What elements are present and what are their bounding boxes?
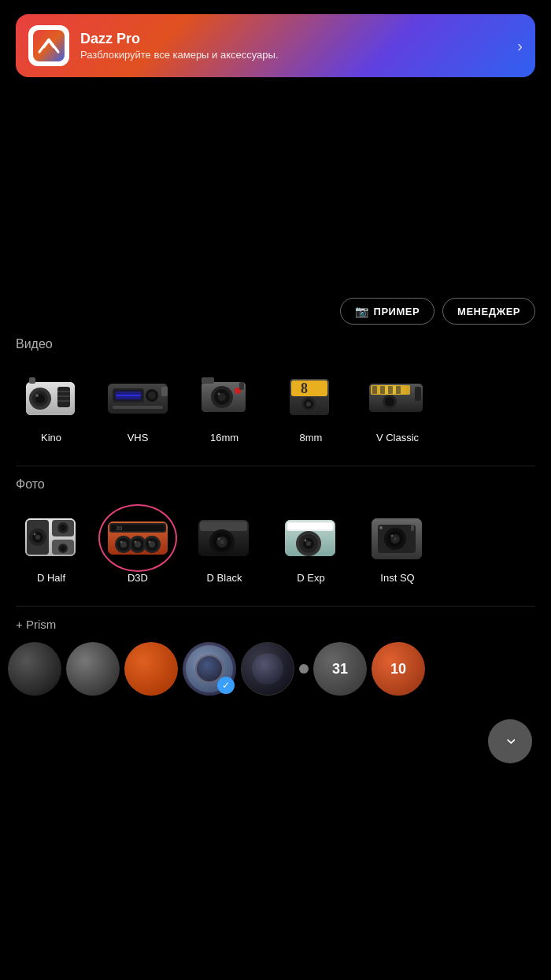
promo-text: Dazz Pro Разблокируйте все камеры и аксе… (80, 31, 506, 61)
svg-rect-21 (161, 387, 168, 396)
svg-point-70 (120, 541, 123, 544)
vhs-icon-wrap (103, 369, 172, 425)
filter-checkmark: ✓ (217, 677, 235, 694)
svg-rect-90 (288, 523, 332, 529)
svg-point-103 (391, 535, 394, 537)
svg-point-61 (61, 546, 66, 551)
promo-title: Dazz Pro (80, 31, 506, 47)
svg-point-86 (218, 538, 220, 540)
filter-dot[interactable] (299, 664, 309, 674)
svg-rect-42 (372, 386, 377, 394)
filter-row: ✓ 31 10 (0, 642, 551, 696)
dexp-label: D Exp (297, 572, 324, 584)
svg-point-57 (34, 533, 36, 536)
chevron-down-button[interactable]: ‹ (488, 719, 532, 763)
filter-ball-31[interactable]: 31 (313, 642, 367, 696)
vhs-camera-icon (105, 371, 171, 423)
video-section-label: Видео (0, 337, 551, 351)
filter-ball-5[interactable] (241, 642, 294, 696)
svg-rect-105 (411, 525, 414, 531)
divider-video-photo (16, 466, 535, 466)
8mm-label: 8mm (300, 432, 323, 444)
dblack-camera-icon (192, 510, 257, 564)
d3d-camera-icon: 3D (103, 510, 172, 564)
kino-camera-icon (20, 371, 83, 423)
16mm-label: 16mm (210, 432, 239, 444)
promo-arrow-icon: › (517, 37, 523, 55)
svg-rect-44 (388, 386, 393, 394)
camera-icon: 📷 (355, 305, 369, 317)
svg-point-104 (379, 526, 383, 529)
svg-point-47 (385, 397, 394, 406)
vclassic-camera-icon (364, 371, 431, 423)
svg-point-6 (35, 394, 39, 397)
svg-point-78 (149, 541, 151, 544)
svg-point-56 (35, 535, 40, 540)
svg-text:3D: 3D (116, 525, 122, 532)
photo-section-label: Фото (0, 477, 551, 492)
filter-ball-2[interactable] (66, 642, 120, 696)
8mm-icon-wrap: 8 (276, 369, 346, 425)
d3d-label: D3D (128, 572, 148, 584)
dexp-camera-icon (279, 510, 343, 564)
dhalf-label: D Half (37, 572, 65, 584)
instsq-icon-wrap (363, 509, 432, 566)
manager-button[interactable]: МЕНЕДЖЕР (442, 298, 535, 325)
prism-section-label: + Prism (0, 618, 551, 631)
camera-item-8mm[interactable]: 8 8mm (268, 362, 354, 450)
divider-photo-prism (16, 606, 535, 607)
camera-item-dexp[interactable]: D Exp (268, 503, 354, 590)
filter-number-10: 10 (390, 661, 406, 677)
svg-point-19 (148, 392, 156, 399)
dexp-icon-wrap (276, 509, 346, 566)
video-camera-grid: Kino V (0, 362, 551, 450)
svg-point-59 (60, 525, 66, 531)
photo-camera-grid: D Half 3D (0, 503, 551, 590)
chevron-down-icon: ‹ (499, 738, 521, 744)
promo-subtitle: Разблокируйте все камеры и аксессуары. (80, 49, 506, 61)
preview-button[interactable]: 📷 ПРИМЕР (340, 298, 435, 325)
camera-item-instsq[interactable]: Inst SQ (354, 503, 441, 590)
dhalf-icon-wrap (17, 509, 86, 566)
dblack-label: D Black (207, 572, 242, 584)
manager-label: МЕНЕДЖЕР (457, 306, 520, 317)
vhs-label: VHS (128, 432, 149, 444)
dhalf-camera-icon (19, 510, 83, 564)
camera-item-vhs[interactable]: VHS (94, 362, 181, 450)
svg-rect-24 (202, 377, 214, 384)
action-buttons-row: 📷 ПРИМЕР МЕНЕДЖЕР (0, 298, 551, 325)
svg-rect-45 (396, 386, 401, 394)
filter-ball-4[interactable]: ✓ (183, 642, 236, 696)
camera-item-dblack[interactable]: D Black (181, 503, 268, 590)
camera-item-16mm[interactable]: 16mm (181, 362, 268, 450)
camera-item-vclassic[interactable]: V Classic (354, 362, 441, 450)
svg-rect-33 (291, 380, 327, 396)
filter-ball-10[interactable]: 10 (372, 642, 425, 696)
promo-logo (28, 25, 69, 66)
instsq-label: Inst SQ (380, 572, 414, 584)
svg-text:8: 8 (301, 380, 308, 396)
filter-ball-3[interactable] (124, 642, 178, 696)
svg-point-85 (220, 540, 224, 544)
promo-banner[interactable]: Dazz Pro Разблокируйте все камеры и аксе… (16, 14, 535, 77)
instsq-camera-icon (365, 510, 430, 564)
vclassic-icon-wrap (363, 369, 432, 425)
svg-rect-48 (415, 387, 421, 401)
svg-point-102 (394, 537, 398, 541)
camera-item-kino[interactable]: Kino (8, 362, 94, 450)
bottom-area: ‹ (0, 719, 551, 787)
svg-rect-43 (380, 386, 385, 394)
svg-rect-7 (57, 387, 70, 407)
svg-point-94 (306, 541, 311, 546)
8mm-camera-icon: 8 (280, 371, 342, 423)
svg-point-74 (135, 541, 137, 544)
svg-point-95 (305, 540, 307, 542)
svg-rect-30 (239, 382, 244, 390)
svg-rect-11 (29, 377, 35, 384)
filter-number-31: 31 (332, 661, 348, 677)
svg-rect-20 (113, 406, 163, 409)
camera-item-d3d[interactable]: 3D D3D (94, 503, 181, 590)
filter-ball-1[interactable] (8, 642, 61, 696)
camera-item-dhalf[interactable]: D Half (8, 503, 94, 590)
dblack-icon-wrap (190, 509, 259, 566)
